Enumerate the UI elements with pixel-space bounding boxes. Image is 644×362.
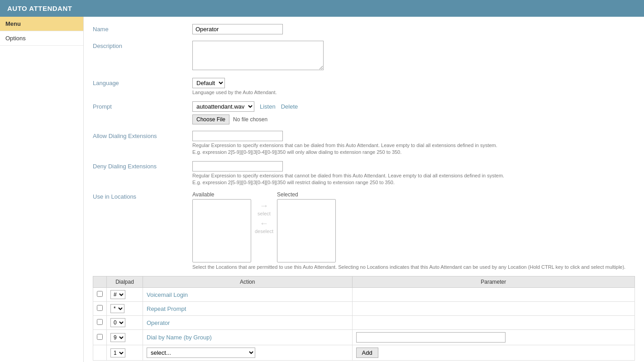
prompt-file-select[interactable]: autoattendant.wav bbox=[192, 101, 254, 112]
prompt-label: Prompt bbox=[93, 101, 192, 110]
row2-action: Repeat Prompt bbox=[143, 302, 353, 316]
description-row: Description bbox=[93, 41, 635, 71]
deselect-label: deselect bbox=[255, 229, 273, 234]
table-row: * Repeat Prompt bbox=[93, 302, 635, 316]
description-label: Description bbox=[93, 41, 192, 49]
name-input[interactable] bbox=[192, 24, 283, 34]
row2-parameter bbox=[352, 302, 635, 316]
allow-dialing-row: Allow Dialing Extensions Regular Express… bbox=[93, 131, 635, 155]
col-action-header: Action bbox=[143, 276, 353, 288]
locations-dual-list: Available → select ← deselect bbox=[192, 191, 635, 262]
select-button[interactable]: → select bbox=[258, 200, 271, 216]
available-listbox[interactable] bbox=[192, 199, 251, 262]
prompt-control: autoattendant.wav Listen Delete Choose F… bbox=[192, 101, 635, 124]
add-row-dial-select[interactable]: 1 bbox=[110, 348, 125, 357]
prompt-row: Prompt autoattendant.wav Listen Delete C… bbox=[93, 101, 635, 124]
right-arrow-icon: → bbox=[259, 200, 268, 211]
selected-list-wrapper: Selected bbox=[277, 191, 336, 262]
content-area: Name Description Language Default Langua… bbox=[84, 17, 644, 362]
deny-dialing-hint1: Regular Expression to specify extensions… bbox=[192, 173, 635, 178]
left-arrow-icon: ← bbox=[259, 218, 268, 229]
row3-action: Operator bbox=[143, 316, 353, 330]
description-control bbox=[192, 41, 635, 71]
row3-parameter bbox=[352, 316, 635, 330]
row3-dial-select[interactable]: 0 bbox=[110, 318, 125, 327]
col-checkbox bbox=[93, 276, 107, 288]
locations-label: Use in Locations bbox=[93, 191, 192, 200]
table-row: # Voicemail Login bbox=[93, 288, 635, 302]
add-button[interactable]: Add bbox=[356, 348, 378, 358]
locations-row: Use in Locations Available → select ← bbox=[93, 191, 635, 270]
name-control bbox=[192, 24, 635, 34]
row2-checkbox[interactable] bbox=[97, 305, 103, 311]
table-row: 9 Dial by Name (by Group) bbox=[93, 330, 635, 345]
row1-parameter bbox=[352, 288, 635, 302]
row4-parameter bbox=[352, 330, 635, 345]
row4-checkbox[interactable] bbox=[97, 334, 103, 340]
deselect-button[interactable]: ← deselect bbox=[255, 218, 273, 234]
prompt-listen-link[interactable]: Listen bbox=[260, 103, 276, 110]
description-textarea[interactable] bbox=[192, 41, 324, 70]
language-hint: Language used by the Auto Attendant. bbox=[192, 90, 635, 95]
allow-dialing-hint2: E.g. expression 2[5-9]|[0-9]|3[0-4][0-9]… bbox=[192, 149, 635, 155]
row4-dial-select[interactable]: 9 bbox=[110, 333, 125, 342]
add-row-empty-check bbox=[93, 345, 107, 361]
sidebar: Menu Options bbox=[0, 17, 84, 362]
add-row-param-cell: Add bbox=[352, 345, 635, 361]
locations-hint: Select the Locations that are permitted … bbox=[192, 264, 635, 270]
dialpad-table: Dialpad Action Parameter # Voicemail Log… bbox=[93, 276, 635, 361]
name-row: Name bbox=[93, 24, 635, 34]
sidebar-item-menu[interactable]: Menu bbox=[0, 17, 83, 31]
deny-dialing-input[interactable] bbox=[192, 161, 283, 171]
language-control: Default Language used by the Auto Attend… bbox=[192, 78, 635, 95]
prompt-delete-link[interactable]: Delete bbox=[281, 103, 298, 110]
available-label: Available bbox=[192, 191, 251, 198]
language-select[interactable]: Default bbox=[192, 78, 225, 88]
deny-dialing-label: Deny Dialing Extensions bbox=[93, 161, 192, 170]
col-dialpad-header: Dialpad bbox=[107, 276, 143, 288]
selected-listbox[interactable] bbox=[277, 199, 336, 262]
locations-control: Available → select ← deselect bbox=[192, 191, 635, 270]
table-row: 0 Operator bbox=[93, 316, 635, 330]
allow-dialing-input[interactable] bbox=[192, 131, 283, 141]
allow-dialing-label: Allow Dialing Extensions bbox=[93, 131, 192, 139]
choose-file-button[interactable]: Choose File bbox=[192, 114, 229, 124]
available-list-wrapper: Available bbox=[192, 191, 251, 262]
deny-dialing-control: Regular Expression to specify extensions… bbox=[192, 161, 635, 185]
sidebar-item-options[interactable]: Options bbox=[0, 31, 83, 46]
add-row-action-select[interactable]: select... Voicemail Login Repeat Prompt … bbox=[147, 348, 255, 358]
name-label: Name bbox=[93, 24, 192, 33]
add-row: 1 select... Voicemail Login Repeat Promp… bbox=[93, 345, 635, 361]
row4-action: Dial by Name (by Group) bbox=[143, 330, 353, 345]
prompt-file-row: autoattendant.wav Listen Delete bbox=[192, 101, 635, 112]
row4-param-input[interactable] bbox=[356, 332, 506, 343]
row1-dial-select[interactable]: # bbox=[110, 290, 125, 299]
allow-dialing-control: Regular Expression to specify extensions… bbox=[192, 131, 635, 155]
page-header: AUTO ATTENDANT bbox=[0, 0, 644, 17]
prompt-upload-row: Choose File No file chosen bbox=[192, 114, 635, 124]
deny-dialing-row: Deny Dialing Extensions Regular Expressi… bbox=[93, 161, 635, 185]
deny-dialing-hint2: E.g. expression 2[5-9]|[0-9]|3[0-4][0-9]… bbox=[192, 180, 635, 185]
page-title: AUTO ATTENDANT bbox=[7, 5, 72, 12]
selected-label: Selected bbox=[277, 191, 336, 198]
row3-checkbox[interactable] bbox=[97, 319, 103, 325]
col-parameter-header: Parameter bbox=[352, 276, 635, 288]
select-label: select bbox=[258, 211, 271, 216]
language-label: Language bbox=[93, 78, 192, 86]
add-row-action-cell: select... Voicemail Login Repeat Prompt … bbox=[143, 345, 353, 361]
row2-dial-select[interactable]: * bbox=[110, 304, 124, 313]
row1-checkbox[interactable] bbox=[97, 291, 103, 297]
row1-action: Voicemail Login bbox=[143, 288, 353, 302]
no-file-label: No file chosen bbox=[233, 116, 267, 123]
arrow-buttons: → select ← deselect bbox=[255, 191, 273, 234]
allow-dialing-hint1: Regular Expression to specify extensions… bbox=[192, 143, 635, 148]
language-row: Language Default Language used by the Au… bbox=[93, 78, 635, 95]
